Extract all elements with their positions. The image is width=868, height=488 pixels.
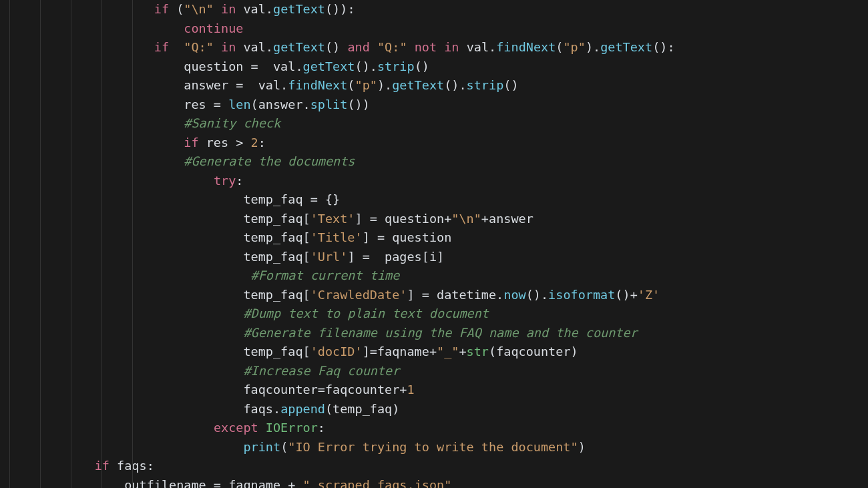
token-id: temp_faq = {} bbox=[243, 192, 340, 206]
code-line[interactable]: if "Q:" in val.getText() and "Q:" not in… bbox=[5, 40, 675, 54]
token-id bbox=[169, 40, 184, 54]
code-line[interactable]: question = val.getText().strip() bbox=[5, 59, 429, 73]
token-id: outfilename = faqname + bbox=[124, 478, 302, 489]
token-id: ()): bbox=[325, 2, 355, 16]
code-editor-content[interactable]: if ("\n" in val.getText()): continue if … bbox=[0, 0, 868, 488]
token-id: ) bbox=[578, 440, 586, 454]
code-line[interactable]: #Format current time bbox=[5, 268, 399, 282]
token-id: ( bbox=[280, 440, 288, 454]
token-id: (). bbox=[526, 288, 548, 302]
token-id: val. bbox=[236, 2, 273, 16]
token-id: ( bbox=[556, 40, 563, 54]
token-fn: getText bbox=[600, 40, 652, 54]
token-cmt: #Increase Faq counter bbox=[243, 364, 399, 378]
code-line[interactable]: answer = val.findNext("p").getText().str… bbox=[5, 78, 519, 92]
token-str: 'Url' bbox=[310, 250, 348, 264]
token-id: : bbox=[318, 421, 325, 435]
token-id: ()) bbox=[347, 97, 369, 111]
token-cmt: #Generate the documents bbox=[184, 154, 355, 168]
token-id: val. bbox=[459, 40, 497, 54]
token-id: (). bbox=[444, 78, 466, 92]
token-fn: isoformat bbox=[548, 288, 615, 302]
code-line[interactable]: temp_faq['Title'] = question bbox=[5, 230, 451, 244]
token-kw: not bbox=[415, 40, 437, 54]
token-id: (). bbox=[355, 59, 377, 73]
token-str: "Q:" bbox=[377, 40, 407, 54]
token-num: 1 bbox=[407, 383, 414, 397]
token-str: "p" bbox=[355, 78, 377, 92]
token-id: ] = datetime. bbox=[407, 288, 503, 302]
token-id: () bbox=[415, 59, 429, 73]
token-kw: except bbox=[214, 421, 258, 435]
token-id: val. bbox=[236, 40, 273, 54]
token-str: "Q:" bbox=[184, 40, 214, 54]
code-line[interactable]: #Generate filename using the FAQ name an… bbox=[5, 326, 638, 340]
token-str: 'Text' bbox=[310, 212, 355, 226]
token-str: "_scraped_faqs.json" bbox=[303, 478, 452, 489]
token-id: answer = val. bbox=[184, 78, 288, 92]
token-id: ()+ bbox=[615, 288, 637, 302]
token-id bbox=[214, 40, 221, 54]
token-id: + bbox=[459, 344, 466, 358]
token-str: 'Title' bbox=[310, 230, 363, 244]
token-id bbox=[370, 40, 377, 54]
token-id: (temp_faq) bbox=[325, 402, 399, 416]
token-id: (answer. bbox=[251, 97, 310, 111]
token-str: 'CrawledDate' bbox=[310, 288, 407, 302]
token-id: temp_faq[ bbox=[243, 288, 310, 302]
token-id bbox=[407, 40, 415, 54]
token-id bbox=[437, 40, 444, 54]
code-line[interactable]: try: bbox=[5, 174, 243, 188]
token-id: ] = pages[i] bbox=[347, 250, 444, 264]
token-fn: findNext bbox=[288, 78, 347, 92]
code-line[interactable]: res = len(answer.split()) bbox=[5, 97, 370, 111]
token-typ: IOError bbox=[266, 421, 318, 435]
code-line[interactable]: temp_faq['Url'] = pages[i] bbox=[5, 250, 444, 264]
token-fn: getText bbox=[303, 59, 355, 73]
code-line[interactable]: temp_faq['CrawledDate'] = datetime.now()… bbox=[5, 288, 660, 302]
code-line[interactable]: if faqs: bbox=[5, 459, 154, 473]
token-fn: append bbox=[280, 402, 325, 416]
token-id: temp_faq[ bbox=[243, 212, 310, 226]
token-kw: if bbox=[95, 459, 110, 473]
code-line[interactable]: outfilename = faqname + "_scraped_faqs.j… bbox=[5, 478, 451, 489]
code-line[interactable]: print("IO Error trying to write the docu… bbox=[5, 440, 586, 454]
token-id: ]=faqname+ bbox=[363, 344, 437, 358]
code-line[interactable]: if ("\n" in val.getText()): bbox=[5, 2, 355, 16]
code-line[interactable]: temp_faq = {} bbox=[5, 192, 340, 206]
token-typ: str bbox=[467, 344, 489, 358]
token-fn: strip bbox=[377, 59, 415, 73]
code-line[interactable]: #Increase Faq counter bbox=[5, 364, 399, 378]
code-line[interactable]: faqcounter=faqcounter+1 bbox=[5, 383, 415, 397]
token-fn: getText bbox=[273, 2, 325, 16]
code-line[interactable]: faqs.append(temp_faq) bbox=[5, 402, 399, 416]
token-id bbox=[258, 421, 266, 435]
token-id: temp_faq[ bbox=[243, 344, 310, 358]
code-line[interactable]: temp_faq['docID']=faqname+"_"+str(faqcou… bbox=[5, 344, 578, 358]
code-line[interactable]: if res > 2: bbox=[5, 136, 266, 150]
code-line[interactable]: #Sanity check bbox=[5, 116, 280, 130]
token-id: ). bbox=[377, 78, 392, 92]
token-fn: getText bbox=[273, 40, 325, 54]
code-line[interactable]: temp_faq['Text'] = question+"\n"+answer bbox=[5, 212, 533, 226]
token-id: faqs: bbox=[110, 459, 154, 473]
token-str: "\n" bbox=[184, 2, 214, 16]
token-id: res = bbox=[184, 97, 228, 111]
token-id: ] = question+ bbox=[355, 212, 452, 226]
token-id: faqs. bbox=[243, 402, 280, 416]
token-id: (): bbox=[652, 40, 674, 54]
token-num: 2 bbox=[251, 136, 258, 150]
token-id: res > bbox=[199, 136, 251, 150]
token-id: ( bbox=[169, 2, 184, 16]
token-id: ). bbox=[586, 40, 600, 54]
token-kw: continue bbox=[184, 21, 243, 35]
token-cmt: #Dump text to plain text document bbox=[243, 306, 489, 320]
code-line[interactable]: continue bbox=[5, 21, 243, 35]
code-line[interactable]: except IOError: bbox=[5, 421, 325, 435]
token-str: 'Z' bbox=[638, 288, 660, 302]
token-fn: split bbox=[310, 97, 348, 111]
token-str: "IO Error trying to write the document" bbox=[288, 440, 578, 454]
code-line[interactable]: #Dump text to plain text document bbox=[5, 306, 489, 320]
code-line[interactable]: #Generate the documents bbox=[5, 154, 355, 168]
token-kw: try bbox=[214, 174, 236, 188]
